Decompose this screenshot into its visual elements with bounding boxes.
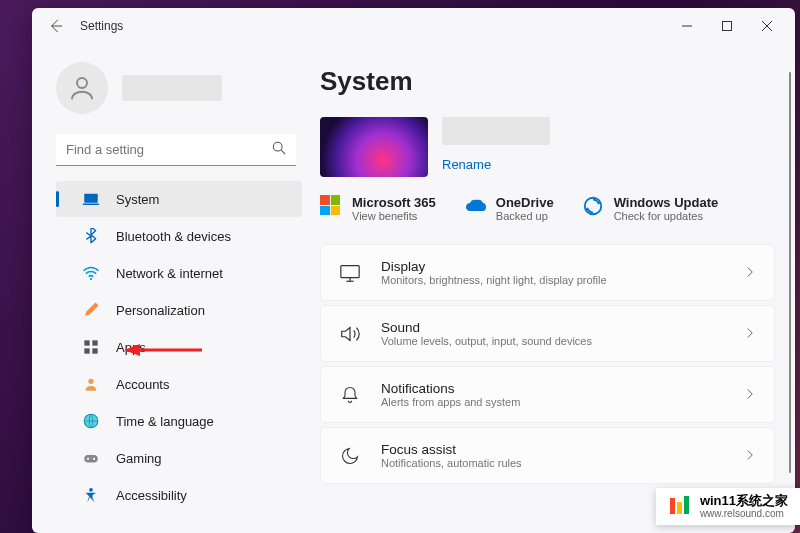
maximize-button[interactable] bbox=[707, 12, 747, 40]
nav-item-accessibility[interactable]: Accessibility bbox=[56, 477, 302, 513]
microsoft-icon bbox=[320, 195, 342, 217]
back-arrow-icon bbox=[49, 19, 63, 33]
nav-item-network[interactable]: Network & internet bbox=[56, 255, 302, 291]
card-focus-assist[interactable]: Focus assist Notifications, automatic ru… bbox=[320, 427, 775, 484]
titlebar: Settings bbox=[32, 8, 795, 44]
gamepad-icon bbox=[82, 449, 100, 467]
nav-item-apps[interactable]: Apps bbox=[56, 329, 302, 365]
svg-rect-10 bbox=[84, 340, 89, 345]
nav-item-accounts[interactable]: Accounts bbox=[56, 366, 302, 402]
nav-label: Accounts bbox=[116, 377, 169, 392]
close-icon bbox=[762, 21, 772, 31]
device-section: Rename bbox=[320, 117, 775, 177]
card-sound[interactable]: Sound Volume levels, output, input, soun… bbox=[320, 305, 775, 362]
back-button[interactable] bbox=[40, 10, 72, 42]
status-title: OneDrive bbox=[496, 195, 554, 210]
bell-icon bbox=[339, 384, 361, 406]
status-sub: Backed up bbox=[496, 210, 554, 222]
search-icon bbox=[272, 141, 286, 159]
card-notifications[interactable]: Notifications Alerts from apps and syste… bbox=[320, 366, 775, 423]
status-title: Windows Update bbox=[614, 195, 719, 210]
nav-label: Apps bbox=[116, 340, 146, 355]
svg-point-5 bbox=[273, 142, 282, 151]
svg-rect-27 bbox=[677, 502, 682, 514]
sidebar: System Bluetooth & devices Network & int… bbox=[32, 44, 314, 533]
svg-rect-28 bbox=[684, 496, 689, 514]
nav-item-gaming[interactable]: Gaming bbox=[56, 440, 302, 476]
person-icon bbox=[82, 375, 100, 393]
rename-link[interactable]: Rename bbox=[442, 157, 491, 172]
watermark: win11系统之家 www.relsound.com bbox=[656, 488, 800, 525]
svg-point-14 bbox=[88, 379, 93, 384]
settings-window: Settings System bbox=[32, 8, 795, 533]
window-controls bbox=[667, 12, 787, 40]
status-sub: View benefits bbox=[352, 210, 436, 222]
minimize-icon bbox=[682, 21, 692, 31]
page-title: System bbox=[320, 66, 775, 97]
svg-point-4 bbox=[77, 78, 87, 88]
speaker-icon bbox=[339, 323, 361, 345]
status-microsoft365[interactable]: Microsoft 365 View benefits bbox=[320, 195, 436, 222]
card-sub: Notifications, automatic rules bbox=[381, 457, 724, 469]
watermark-logo-icon bbox=[668, 494, 692, 518]
svg-point-19 bbox=[89, 488, 93, 492]
card-title: Focus assist bbox=[381, 442, 724, 457]
chevron-right-icon bbox=[744, 386, 756, 404]
chevron-right-icon bbox=[744, 447, 756, 465]
accessibility-icon bbox=[82, 486, 100, 504]
nav-label: Bluetooth & devices bbox=[116, 229, 231, 244]
nav-label: Network & internet bbox=[116, 266, 223, 281]
paintbrush-icon bbox=[82, 301, 100, 319]
card-title: Notifications bbox=[381, 381, 724, 396]
card-display[interactable]: Display Monitors, brightness, night ligh… bbox=[320, 244, 775, 301]
svg-rect-1 bbox=[723, 22, 732, 31]
search-box[interactable] bbox=[56, 134, 296, 166]
svg-rect-13 bbox=[92, 348, 97, 353]
svg-line-6 bbox=[281, 150, 285, 154]
settings-cards: Display Monitors, brightness, night ligh… bbox=[320, 244, 775, 484]
nav-item-time-language[interactable]: Time & language bbox=[56, 403, 302, 439]
device-info: Rename bbox=[442, 117, 550, 173]
scrollbar[interactable] bbox=[789, 72, 791, 473]
device-name bbox=[442, 117, 550, 145]
profile-name bbox=[122, 75, 296, 101]
watermark-sub: www.relsound.com bbox=[700, 508, 788, 519]
nav-label: Time & language bbox=[116, 414, 214, 429]
main-content: System Rename Microsoft 365 View benefit… bbox=[314, 44, 795, 533]
nav-item-personalization[interactable]: Personalization bbox=[56, 292, 302, 328]
status-windows-update[interactable]: Windows Update Check for updates bbox=[582, 195, 719, 222]
nav-item-system[interactable]: System bbox=[56, 181, 302, 217]
status-sub: Check for updates bbox=[614, 210, 719, 222]
svg-point-17 bbox=[87, 458, 89, 460]
person-icon bbox=[67, 73, 97, 103]
chevron-right-icon bbox=[744, 264, 756, 282]
avatar bbox=[56, 62, 108, 114]
search-input[interactable] bbox=[56, 134, 296, 166]
nav-item-bluetooth[interactable]: Bluetooth & devices bbox=[56, 218, 302, 254]
status-onedrive[interactable]: OneDrive Backed up bbox=[464, 195, 554, 222]
svg-rect-21 bbox=[341, 265, 359, 277]
moon-icon bbox=[339, 445, 361, 467]
svg-rect-26 bbox=[670, 498, 675, 514]
status-title: Microsoft 365 bbox=[352, 195, 436, 210]
svg-point-18 bbox=[93, 458, 95, 460]
card-title: Sound bbox=[381, 320, 724, 335]
card-title: Display bbox=[381, 259, 724, 274]
window-body: System Bluetooth & devices Network & int… bbox=[32, 44, 795, 533]
nav-label: Personalization bbox=[116, 303, 205, 318]
svg-rect-12 bbox=[84, 348, 89, 353]
window-title: Settings bbox=[80, 19, 123, 33]
maximize-icon bbox=[722, 21, 732, 31]
close-button[interactable] bbox=[747, 12, 787, 40]
onedrive-icon bbox=[464, 195, 486, 217]
svg-rect-16 bbox=[84, 455, 98, 463]
globe-icon bbox=[82, 412, 100, 430]
minimize-button[interactable] bbox=[667, 12, 707, 40]
svg-rect-7 bbox=[84, 194, 98, 203]
user-profile[interactable] bbox=[42, 44, 310, 134]
svg-rect-8 bbox=[83, 204, 100, 206]
nav-label: Gaming bbox=[116, 451, 162, 466]
card-sub: Alerts from apps and system bbox=[381, 396, 724, 408]
status-row: Microsoft 365 View benefits OneDrive Bac… bbox=[320, 195, 775, 222]
chevron-right-icon bbox=[744, 325, 756, 343]
